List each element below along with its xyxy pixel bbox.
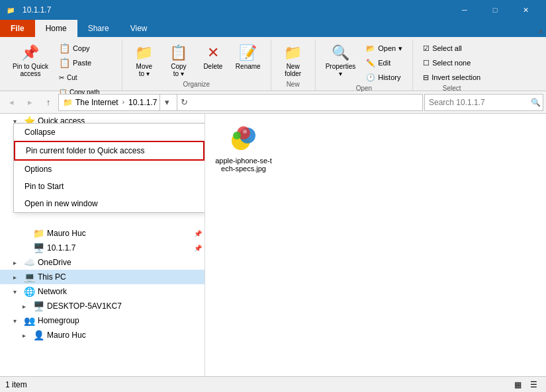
context-menu: Collapse Pin current folder to Quick acc… <box>13 123 205 213</box>
open-content: 🔍 Properties▾ 📂 Open ▾ ✏️ Edit 🕐 History <box>321 41 408 85</box>
address-bar[interactable]: 📁 The Internet › 10.1.1.7 ▾ ↻ <box>58 94 423 111</box>
sidebar-item-network[interactable]: ▾ 🌐 Network <box>0 284 205 299</box>
tab-file[interactable]: File <box>0 20 35 37</box>
context-menu-options[interactable]: Options <box>14 161 205 178</box>
edit-icon: ✏️ <box>366 59 375 67</box>
tab-share[interactable]: Share <box>77 20 120 37</box>
open-button[interactable]: 📂 Open ▾ <box>361 41 407 56</box>
options-label: Options <box>24 165 52 174</box>
search-input[interactable] <box>429 98 528 107</box>
nav-bar: ◂ ▸ ↑ 📁 The Internet › 10.1.1.7 ▾ ↻ 🔍 <box>0 91 546 114</box>
pin-label: Pin to Quickaccess <box>13 63 48 77</box>
minimize-button[interactable]: ─ <box>449 0 480 20</box>
open-label: Open <box>356 85 372 93</box>
tab-home[interactable]: Home <box>35 20 77 37</box>
expand-icon-9: ▸ <box>23 332 30 339</box>
details-view-button[interactable]: ▦ <box>510 379 525 391</box>
ribbon-group-open: 🔍 Properties▾ 📂 Open ▾ ✏️ Edit 🕐 History <box>316 40 414 91</box>
file-item-jpg[interactable]: apple-iphone-se-tech-specs.jpg <box>210 119 277 176</box>
sidebar-item-desktop[interactable]: ▸ 🖥️ DESKTOP-5AV1KC7 <box>0 299 205 313</box>
breadcrumb-arrow-1: › <box>122 98 124 106</box>
up-button[interactable]: ↑ <box>40 94 57 111</box>
paste-button[interactable]: 📋 Paste <box>54 56 116 70</box>
pin-current-label: Pin current folder to Quick access <box>26 146 144 155</box>
cut-icon: ✂ <box>59 74 64 81</box>
properties-icon: 🔍 <box>332 44 349 61</box>
expand-icon-8: ▾ <box>13 317 21 325</box>
large-icons-view-button[interactable]: ☰ <box>526 379 541 391</box>
maximize-button[interactable]: □ <box>480 0 510 20</box>
folder-small-icon: 📁 <box>63 98 73 107</box>
sidebar-item-10117[interactable]: 🖥️ 10.1.1.7 📌 <box>0 241 205 255</box>
history-button[interactable]: 🕐 History <box>361 70 407 85</box>
onedrive-label: OneDrive <box>38 258 71 267</box>
context-menu-pin-start[interactable]: Pin to Start <box>14 178 205 195</box>
context-menu-open-window[interactable]: Open in new window <box>14 195 205 212</box>
organize-label: Organize <box>183 81 210 89</box>
copy-button[interactable]: 📋 Copy <box>54 41 116 56</box>
sidebar-item-homegroup[interactable]: ▾ 👥 Homegroup <box>0 313 205 328</box>
select-content: ☑ Select all ☐ Select none ⊟ Invert sele… <box>418 41 485 85</box>
move-to-button[interactable]: 📁 Moveto ▾ <box>128 41 161 81</box>
tab-view[interactable]: View <box>120 20 158 37</box>
pin-icon-1: 📌 <box>194 230 202 237</box>
breadcrumb-current[interactable]: 10.1.1.7 <box>128 98 157 107</box>
expand-icon-5: ▸ <box>13 274 21 281</box>
properties-button[interactable]: 🔍 Properties▾ <box>321 41 361 81</box>
history-icon: 🕐 <box>366 73 375 82</box>
organize-content: 📁 Moveto ▾ 📋 Copyto ▾ ✕ Delete 📝 Rename <box>128 41 265 81</box>
search-bar[interactable]: 🔍 <box>424 94 543 111</box>
delete-button[interactable]: ✕ Delete <box>197 41 230 73</box>
ribbon-group-clipboard: 📌 Pin to Quickaccess 📋 Copy 📋 Paste ✂ Cu… <box>3 40 122 91</box>
open-window-label: Open in new window <box>24 199 98 208</box>
status-bar: 1 item ▦ ☰ <box>0 376 546 392</box>
address-dropdown-button[interactable]: ▾ <box>159 95 174 110</box>
breadcrumb-internet[interactable]: The Internet <box>75 98 118 107</box>
item-count: 1 item <box>5 380 27 389</box>
user-icon: 👤 <box>33 330 44 340</box>
select-all-button[interactable]: ☑ Select all <box>418 41 485 56</box>
select-none-icon: ☐ <box>423 59 430 67</box>
search-icon: 🔍 <box>531 98 541 107</box>
title-bar-icons: 📁 10.1.1.7 <box>5 5 449 15</box>
folder-icon: 📁 <box>5 5 16 15</box>
sidebar-item-mauro-huc-2[interactable]: ▸ 👤 Mauro Huc <box>0 328 205 342</box>
ribbon-collapse-button[interactable]: ∧ <box>535 26 546 37</box>
select-all-icon: ☑ <box>423 44 430 53</box>
refresh-button[interactable]: ↻ <box>177 95 191 110</box>
expand-icon-6: ▾ <box>13 288 21 295</box>
desktop-label: DESKTOP-5AV1KC7 <box>47 301 122 311</box>
title-bar-text: 10.1.1.7 <box>23 5 51 15</box>
sidebar-item-this-pc[interactable]: ▸ 💻 This PC <box>0 270 205 284</box>
copy-to-button[interactable]: 📋 Copyto ▾ <box>162 41 195 81</box>
file-area: apple-iphone-se-tech-specs.jpg <box>205 114 546 376</box>
cut-button[interactable]: ✂ Cut <box>54 70 82 85</box>
expand-icon-4: ▸ <box>13 259 21 266</box>
close-button[interactable]: ✕ <box>510 0 541 20</box>
svg-point-3 <box>233 132 241 139</box>
back-button[interactable]: ◂ <box>3 94 20 111</box>
pin-start-label: Pin to Start <box>24 182 64 191</box>
sidebar-item-mauro-huc-1[interactable]: 📁 Mauro Huc 📌 <box>0 226 205 241</box>
invert-selection-icon: ⊟ <box>423 73 429 82</box>
pin-to-quick-access-button[interactable]: 📌 Pin to Quickaccess <box>8 41 53 81</box>
file-name-jpg: apple-iphone-se-tech-specs.jpg <box>214 157 273 173</box>
copy-icon: 📋 <box>59 43 70 54</box>
folder-icon-1: 📁 <box>33 228 44 239</box>
pin-icon-2: 📌 <box>194 245 202 252</box>
homegroup-icon: 👥 <box>24 315 35 326</box>
new-content: 📁 Newfolder <box>277 41 310 81</box>
svg-point-4 <box>243 130 247 134</box>
invert-selection-button[interactable]: ⊟ Invert selection <box>418 70 485 85</box>
context-menu-collapse[interactable]: Collapse <box>14 124 205 141</box>
new-folder-button[interactable]: 📁 Newfolder <box>277 41 310 81</box>
this-pc-icon: 💻 <box>24 272 35 282</box>
sidebar-item-onedrive[interactable]: ▸ ☁️ OneDrive <box>0 255 205 270</box>
forward-button[interactable]: ▸ <box>21 94 38 111</box>
context-menu-pin-current[interactable]: Pin current folder to Quick access <box>14 141 205 161</box>
ribbon-group-select: ☑ Select all ☐ Select none ⊟ Invert sele… <box>413 40 490 91</box>
rename-button[interactable]: 📝 Rename <box>231 41 265 73</box>
select-none-button[interactable]: ☐ Select none <box>418 56 485 70</box>
open-col: 📂 Open ▾ ✏️ Edit 🕐 History <box>361 41 407 85</box>
edit-button[interactable]: ✏️ Edit <box>361 56 407 70</box>
